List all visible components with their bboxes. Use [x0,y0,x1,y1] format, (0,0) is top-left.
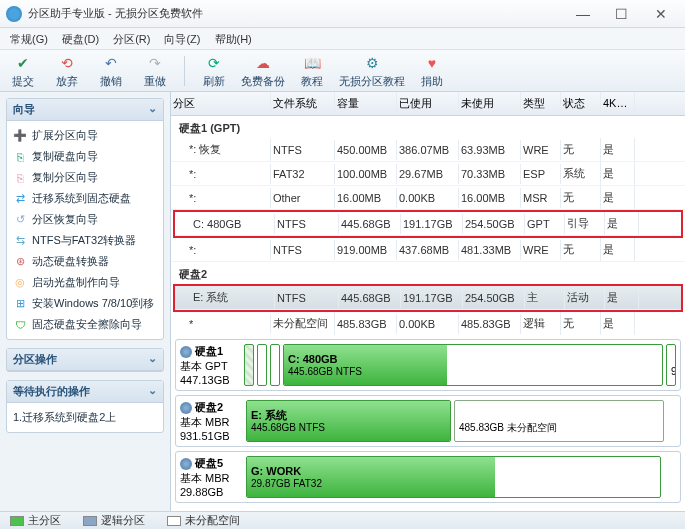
col-header[interactable]: 分区 [171,92,271,115]
maximize-button[interactable]: ☐ [604,6,640,22]
toolbar-放弃[interactable]: ⟲放弃 [50,53,84,89]
col-header[interactable]: 文件系统 [271,92,335,115]
wizard-item[interactable]: ⊛动态硬盘转换器 [9,251,161,272]
partition-bar[interactable]: 485.83GB 未分配空间 [454,400,664,442]
table-row[interactable]: *:NTFS919.00MB437.68MB481.33MBWRE无是 [171,238,685,262]
toolbar-icon: ☁ [253,53,273,73]
wizard-item[interactable]: 🛡固态硬盘安全擦除向导 [9,314,161,335]
pending-panel: 等待执行的操作⌄ 1.迁移系统到硬盘2上 [6,380,164,433]
wizard-item-icon: ➕ [13,129,27,143]
legend-primary: 主分区 [28,513,61,528]
col-header[interactable]: 未使用 [459,92,521,115]
wizard-item-label: 固态硬盘安全擦除向导 [32,317,142,332]
wizard-item[interactable]: ⊞安装Windows 7/8/10到移 [9,293,161,314]
wizard-item-label: 扩展分区向导 [32,128,98,143]
wizard-item-label: 复制硬盘向导 [32,149,98,164]
wizard-item-label: 安装Windows 7/8/10到移 [32,296,154,311]
wizard-item[interactable]: ➕扩展分区向导 [9,125,161,146]
col-header[interactable]: 类型 [521,92,561,115]
toolbar-无损分区教程[interactable]: ⚙无损分区教程 [339,53,405,89]
partition-bar[interactable]: 9. [666,344,676,386]
wizard-panel: 向导⌄ ➕扩展分区向导⎘复制硬盘向导⎘复制分区向导⇄迁移系统到固态硬盘↺分区恢复… [6,98,164,340]
toolbar-撤销[interactable]: ↶撤销 [94,53,128,89]
toolbar-label: 放弃 [56,74,78,89]
table-row[interactable]: C: 480GBNTFS445.68GB191.17GB254.50GBGPT引… [175,212,681,236]
menu-item[interactable]: 向导(Z) [164,32,200,45]
wizard-item-label: 复制分区向导 [32,170,98,185]
toolbar-icon: ↶ [101,53,121,73]
toolbar-label: 免费备份 [241,74,285,89]
table-row[interactable]: *未分配空间485.83GB0.00KB485.83GB逻辑无是 [171,312,685,335]
col-header[interactable]: 已使用 [397,92,459,115]
menu-item[interactable]: 常规(G) [10,32,48,45]
wizard-item[interactable]: ↺分区恢复向导 [9,209,161,230]
menu-item[interactable]: 帮助(H) [215,32,252,45]
table-row[interactable]: *:FAT32100.00MB29.67MB70.33MBESP系统是 [171,162,685,186]
toolbar-label: 撤销 [100,74,122,89]
chevron-down-icon: ⌄ [148,384,157,399]
wizard-item[interactable]: ◎启动光盘制作向导 [9,272,161,293]
wizard-item-icon: ⇆ [13,234,27,248]
toolbar-提交[interactable]: ✔提交 [6,53,40,89]
minimize-button[interactable]: — [565,6,601,22]
toolbar-label: 捐助 [421,74,443,89]
wizard-item-label: 启动光盘制作向导 [32,275,120,290]
wizard-item[interactable]: ⎘复制分区向导 [9,167,161,188]
wizard-item-icon: ⎘ [13,171,27,185]
toolbar-label: 刷新 [203,74,225,89]
toolbar-教程[interactable]: 📖教程 [295,53,329,89]
partition-bar[interactable] [244,344,254,386]
disk-group-title: 硬盘1 (GPT) [171,116,685,138]
wizard-item[interactable]: ⎘复制硬盘向导 [9,146,161,167]
disk-size: 931.51GB [180,430,240,442]
wizard-item-icon: 🛡 [13,318,27,332]
toolbar-label: 教程 [301,74,323,89]
window-title: 分区助手专业版 - 无损分区免费软件 [28,6,565,21]
legend-logical: 逻辑分区 [101,513,145,528]
partition-bar[interactable] [257,344,267,386]
table-row[interactable]: E: 系统NTFS445.68GB191.17GB254.50GB主活动是 [175,286,681,310]
toolbar-icon: 📖 [302,53,322,73]
disk-sub: 基本 GPT [180,359,238,374]
disk-card[interactable]: 硬盘1基本 GPT447.13GBC: 480GB445.68GB NTFS9. [175,339,681,391]
app-icon [6,6,22,22]
disk-card[interactable]: 硬盘5基本 MBR29.88GBG: WORK29.87GB FAT32 [175,451,681,503]
toolbar-icon: ⚙ [362,53,382,73]
disk-card[interactable]: 硬盘2基本 MBR931.51GBE: 系统445.68GB NTFS485.8… [175,395,681,447]
toolbar-刷新[interactable]: ⟳刷新 [197,53,231,89]
table-row[interactable]: *: 恢复NTFS450.00MB386.07MB63.93MBWRE无是 [171,138,685,162]
wizard-item-icon: ⊛ [13,255,27,269]
toolbar-重做[interactable]: ↷重做 [138,53,172,89]
col-header[interactable]: 状态 [561,92,601,115]
toolbar-捐助[interactable]: ♥捐助 [415,53,449,89]
close-button[interactable]: ✕ [643,6,679,22]
partition-bar[interactable]: G: WORK29.87GB FAT32 [246,456,661,498]
wizard-item[interactable]: ⇆NTFS与FAT32转换器 [9,230,161,251]
wizard-item-label: 迁移系统到固态硬盘 [32,191,131,206]
menu-item[interactable]: 硬盘(D) [62,32,99,45]
menu-item[interactable]: 分区(R) [113,32,150,45]
partition-bar[interactable]: E: 系统445.68GB NTFS [246,400,451,442]
wizard-item-label: NTFS与FAT32转换器 [32,233,136,248]
chevron-down-icon: ⌄ [148,352,157,367]
footer-legend: 主分区 逻辑分区 未分配空间 [0,511,685,529]
partition-bar[interactable]: C: 480GB445.68GB NTFS [283,344,663,386]
toolbar-免费备份[interactable]: ☁免费备份 [241,53,285,89]
disk-icon [180,402,192,414]
disk-sub: 基本 MBR [180,471,240,486]
wizard-item-icon: ⎘ [13,150,27,164]
wizard-item-label: 分区恢复向导 [32,212,98,227]
col-header[interactable]: 容量 [335,92,397,115]
disk-icon [180,346,192,358]
pending-item[interactable]: 1.迁移系统到硬盘2上 [9,407,161,428]
disk-size: 447.13GB [180,374,238,386]
toolbar-icon: ✔ [13,53,33,73]
wizard-item-label: 动态硬盘转换器 [32,254,109,269]
wizard-panel-title: 向导 [13,102,35,117]
col-header[interactable]: 4K对齐 [601,92,635,115]
toolbar-icon: ↷ [145,53,165,73]
table-row[interactable]: *:Other16.00MB0.00KB16.00MBMSR无是 [171,186,685,210]
partition-bar[interactable] [270,344,280,386]
disk-group-title: 硬盘2 [171,262,685,284]
wizard-item[interactable]: ⇄迁移系统到固态硬盘 [9,188,161,209]
